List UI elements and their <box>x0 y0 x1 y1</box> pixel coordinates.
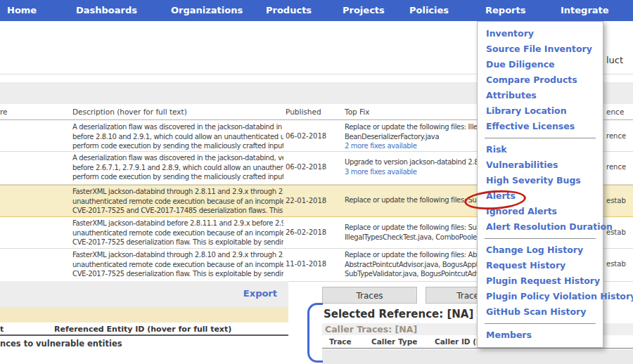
col-trace: Trace <box>329 337 352 346</box>
menu-item-plugin-policy-violation-history[interactable]: Plugin Policy Violation History <box>478 289 603 304</box>
nav-item-integrate[interactable]: Integrate <box>561 0 609 21</box>
menu-item-high-severity-bugs[interactable]: High Severity Bugs <box>478 173 603 188</box>
menu-item-request-history[interactable]: Request History <box>478 258 603 273</box>
references-empty-text: nces to vulnerable entities <box>0 339 122 349</box>
col-published: Published <box>286 108 321 116</box>
menu-item-members[interactable]: Members <box>478 327 603 343</box>
vuln-description: A deserialization flaw was discovered in… <box>72 153 283 182</box>
reference-partial: estab <box>606 197 626 204</box>
vuln-description: FasterXML jackson-databind through 2.8.1… <box>72 187 283 216</box>
menu-item-github-scan-history[interactable]: GitHub Scan History <box>478 304 603 320</box>
references-panel-toolbar: Export <box>0 281 288 307</box>
reference-partial: estab <box>606 260 626 268</box>
menu-item-inventory[interactable]: Inventory <box>478 26 603 41</box>
reference-partial: rence <box>606 132 626 140</box>
nav-item-policies[interactable]: Policies <box>409 0 449 21</box>
menu-item-risk[interactable]: Risk <box>478 142 603 157</box>
menu-item-compare-products[interactable]: Compare Products <box>478 72 603 88</box>
published-date: 11-01-2018 <box>286 260 326 268</box>
blue-bracket-annotation <box>307 303 323 363</box>
export-button[interactable]: Export <box>243 288 277 299</box>
top-fix-cell: Upgrade to version jackson-databind 2.8.… <box>345 157 485 176</box>
references-panel-highlight-band <box>0 307 288 323</box>
more-fixes-link[interactable]: 2 more fixes available <box>345 141 485 151</box>
page-heading-partial: luct <box>606 55 623 65</box>
menu-item-vulnerabilities[interactable]: Vulnerabilities <box>478 157 603 173</box>
more-fixes-link[interactable]: 3 more fixes available <box>345 167 485 177</box>
menu-divider <box>485 238 596 239</box>
nav-item-home[interactable]: Home <box>7 0 37 21</box>
col-top-fix: Top Fix <box>345 108 369 116</box>
nav-item-reports[interactable]: Reports <box>485 0 525 21</box>
menu-item-library-location[interactable]: Library Location <box>478 103 603 119</box>
reference-partial: rence <box>606 163 626 171</box>
menu-item-attributes[interactable]: Attributes <box>478 88 603 103</box>
col-caller-type: Caller Type <box>371 337 417 346</box>
menu-item-due-diligence[interactable]: Due Diligence <box>478 57 603 72</box>
nav-item-products[interactable]: Products <box>266 0 312 21</box>
nav-item-organizations[interactable]: Organizations <box>171 0 243 21</box>
nav-item-dashboards[interactable]: Dashboards <box>76 0 137 21</box>
menu-item-effective-licenses[interactable]: Effective Licenses <box>478 119 603 134</box>
top-fix-cell: Replace or update the following files: I… <box>345 122 485 151</box>
app-window: Home Dashboards Organizations Products P… <box>0 0 633 364</box>
referenced-entity-id-header: Referenced Entity ID (hover for full tex… <box>54 325 231 334</box>
published-date: 06-02-2018 <box>286 132 326 140</box>
published-date: 26-02-2018 <box>286 228 326 236</box>
top-navbar: Home Dashboards Organizations Products P… <box>0 0 633 21</box>
selected-reference-label: Selected Reference: [NA] <box>324 308 473 320</box>
caller-traces-empty-area <box>322 349 633 364</box>
nav-item-projects[interactable]: Projects <box>343 0 385 21</box>
references-col-partial: t <box>0 325 4 334</box>
menu-item-alert-resolution-duration[interactable]: Alert Resolution Duration <box>478 219 603 235</box>
col-reference-partial: ence <box>606 108 624 116</box>
reports-dropdown-menu: Inventory Source File Inventory Due Dili… <box>477 21 603 348</box>
menu-item-source-file-inventory[interactable]: Source File Inventory <box>478 41 603 57</box>
menu-divider <box>485 323 596 324</box>
vuln-description: FasterXML jackson-databind through 2.8.1… <box>72 250 283 279</box>
col-score-partial: re <box>0 108 8 116</box>
menu-item-plugin-request-history[interactable]: Plugin Request History <box>478 273 603 289</box>
top-fix-cell: Replace or update the following files: A… <box>345 250 485 279</box>
menu-divider <box>485 138 596 138</box>
col-description: Description (hover for full text) <box>72 108 187 116</box>
caller-traces-label: Caller Traces: [NA] <box>325 324 417 334</box>
tab-traces[interactable]: Traces <box>322 287 417 304</box>
published-date: 06-02-2018 <box>286 163 326 171</box>
menu-item-change-log-history[interactable]: Change Log History <box>478 242 603 258</box>
top-fix-cell: Replace or update the following files: S… <box>345 223 485 242</box>
vuln-description: FasterXML jackson-databind before 2.8.11… <box>72 219 283 247</box>
vuln-description: A deserialization flaw was discovered in… <box>72 122 283 151</box>
references-table-header: t Referenced Entity ID (hover for full t… <box>0 323 288 336</box>
published-date: 22-01-2018 <box>286 197 326 204</box>
